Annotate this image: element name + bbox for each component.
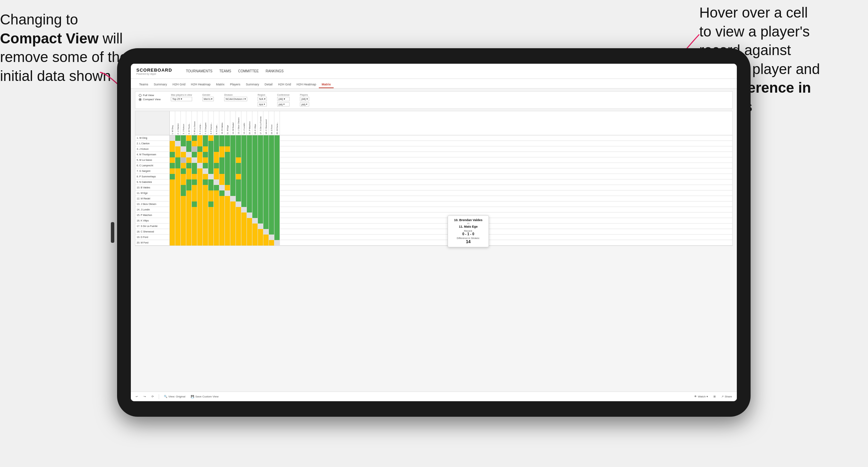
- grid-cell-15-3[interactable]: [186, 218, 192, 224]
- grid-cell-3-9[interactable]: [219, 152, 225, 157]
- grid-cell-6-16[interactable]: [258, 168, 263, 174]
- grid-cell-8-7[interactable]: [208, 179, 214, 185]
- grid-cell-18-7[interactable]: [208, 235, 214, 240]
- grid-cell-4-10[interactable]: [225, 157, 230, 163]
- tab-matrix-top[interactable]: Matrix: [213, 81, 228, 88]
- grid-cell-19-13[interactable]: [241, 240, 247, 246]
- grid-cell-3-11[interactable]: [230, 152, 236, 157]
- grid-cell-12-5[interactable]: [197, 201, 203, 207]
- grid-cell-11-7[interactable]: [208, 196, 214, 201]
- grid-cell-16-15[interactable]: [252, 224, 258, 229]
- conference-select2[interactable]: (All) ▾: [277, 102, 290, 106]
- grid-cell-10-7[interactable]: [208, 190, 214, 196]
- grid-cell-9-8[interactable]: [214, 185, 219, 190]
- grid-cell-13-15[interactable]: [252, 207, 258, 212]
- grid-cell-9-18[interactable]: [269, 185, 274, 190]
- grid-cell-3-18[interactable]: [269, 152, 274, 157]
- grid-cell-7-15[interactable]: [252, 174, 258, 179]
- grid-cell-6-12[interactable]: [236, 168, 241, 174]
- grid-cell-16-11[interactable]: [230, 224, 236, 229]
- grid-cell-9-13[interactable]: [241, 185, 247, 190]
- grid-cell-14-18[interactable]: [269, 212, 274, 218]
- grid-cell-17-15[interactable]: [252, 229, 258, 235]
- grid-cell-4-0[interactable]: [170, 157, 175, 163]
- grid-cell-2-3[interactable]: [186, 146, 192, 152]
- grid-cell-10-4[interactable]: [192, 190, 197, 196]
- grid-cell-19-8[interactable]: [214, 240, 219, 246]
- grid-cell-11-18[interactable]: [269, 196, 274, 201]
- grid-cell-11-1[interactable]: [175, 196, 181, 201]
- grid-cell-0-8[interactable]: [214, 135, 219, 141]
- conference-select[interactable]: (All) ▾: [277, 97, 290, 101]
- grid-cell-16-6[interactable]: [203, 224, 208, 229]
- grid-cell-17-6[interactable]: [203, 229, 208, 235]
- grid-cell-4-1[interactable]: [175, 157, 181, 163]
- grid-cell-0-13[interactable]: [241, 135, 247, 141]
- grid-cell-11-9[interactable]: [219, 196, 225, 201]
- grid-cell-17-2[interactable]: [181, 229, 186, 235]
- grid-cell-16-19[interactable]: [274, 224, 280, 229]
- grid-cell-11-3[interactable]: [186, 196, 192, 201]
- grid-cell-0-3[interactable]: [186, 135, 192, 141]
- players-select2[interactable]: (All) ▾: [300, 102, 309, 106]
- share-button[interactable]: ↗ Share: [720, 394, 733, 399]
- grid-cell-11-6[interactable]: [203, 196, 208, 201]
- grid-cell-13-9[interactable]: [219, 207, 225, 212]
- grid-cell-15-12[interactable]: [236, 218, 241, 224]
- grid-cell-1-3[interactable]: [186, 141, 192, 146]
- refresh-button[interactable]: ⟳: [150, 394, 155, 399]
- grid-cell-12-19[interactable]: [274, 201, 280, 207]
- grid-cell-12-0[interactable]: [170, 201, 175, 207]
- grid-cell-12-8[interactable]: [214, 201, 219, 207]
- grid-cell-12-10[interactable]: [225, 201, 230, 207]
- grid-cell-3-5[interactable]: [197, 152, 203, 157]
- grid-cell-0-5[interactable]: [197, 135, 203, 141]
- grid-cell-11-5[interactable]: [197, 196, 203, 201]
- grid-cell-2-14[interactable]: [247, 146, 252, 152]
- grid-cell-17-9[interactable]: [219, 229, 225, 235]
- grid-cell-2-1[interactable]: [175, 146, 181, 152]
- grid-cell-8-0[interactable]: [170, 179, 175, 185]
- grid-cell-17-7[interactable]: [208, 229, 214, 235]
- grid-cell-12-15[interactable]: [252, 201, 258, 207]
- grid-cell-7-4[interactable]: [192, 174, 197, 179]
- grid-cell-0-15[interactable]: [252, 135, 258, 141]
- grid-cell-5-16[interactable]: [258, 163, 263, 168]
- grid-cell-7-3[interactable]: [186, 174, 192, 179]
- grid-cell-3-2[interactable]: [181, 152, 186, 157]
- grid-cell-6-9[interactable]: [219, 168, 225, 174]
- grid-cell-15-10[interactable]: [225, 218, 230, 224]
- grid-cell-5-19[interactable]: [274, 163, 280, 168]
- grid-cell-5-10[interactable]: [225, 163, 230, 168]
- grid-cell-14-13[interactable]: [241, 212, 247, 218]
- grid-cell-16-7[interactable]: [208, 224, 214, 229]
- grid-cell-9-6[interactable]: [203, 185, 208, 190]
- grid-cell-0-14[interactable]: [247, 135, 252, 141]
- grid-cell-13-17[interactable]: [263, 207, 269, 212]
- grid-cell-1-12[interactable]: [236, 141, 241, 146]
- grid-cell-15-4[interactable]: [192, 218, 197, 224]
- tab-players[interactable]: Players: [227, 81, 243, 88]
- grid-cell-7-19[interactable]: [274, 174, 280, 179]
- grid-cell-6-14[interactable]: [247, 168, 252, 174]
- grid-cell-2-6[interactable]: [203, 146, 208, 152]
- grid-cell-7-2[interactable]: [181, 174, 186, 179]
- grid-cell-16-12[interactable]: [236, 224, 241, 229]
- grid-cell-2-5[interactable]: [197, 146, 203, 152]
- grid-cell-14-11[interactable]: [230, 212, 236, 218]
- tab-summary-top[interactable]: Summary: [151, 81, 170, 88]
- grid-cell-12-9[interactable]: [219, 201, 225, 207]
- grid-cell-5-18[interactable]: [269, 163, 274, 168]
- tablet-button[interactable]: [111, 222, 114, 243]
- grid-cell-9-10[interactable]: [225, 185, 230, 190]
- grid-cell-0-7[interactable]: [208, 135, 214, 141]
- grid-cell-6-8[interactable]: [214, 168, 219, 174]
- division-select[interactable]: NCAA Division I ▾: [224, 97, 247, 101]
- grid-cell-1-5[interactable]: [197, 141, 203, 146]
- grid-cell-16-3[interactable]: [186, 224, 192, 229]
- grid-cell-12-11[interactable]: [230, 201, 236, 207]
- grid-cell-2-15[interactable]: [252, 146, 258, 152]
- grid-cell-18-9[interactable]: [219, 235, 225, 240]
- grid-cell-6-13[interactable]: [241, 168, 247, 174]
- grid-cell-0-11[interactable]: [230, 135, 236, 141]
